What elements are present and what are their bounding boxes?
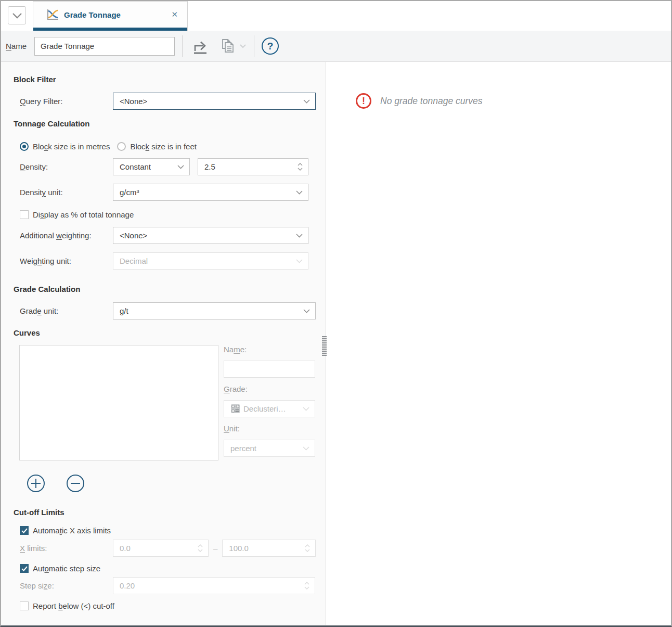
density-value-input[interactable]: 2.5 bbox=[198, 158, 308, 175]
copy-icon bbox=[217, 37, 236, 56]
auto-x-row: Automatic X axis limits bbox=[14, 526, 326, 535]
check-icon bbox=[21, 528, 28, 533]
density-mode-select[interactable]: Constant bbox=[113, 158, 190, 175]
radio-block-size-feet-label: Block size is in feet bbox=[130, 142, 197, 151]
x-max-input: 100.0 bbox=[222, 540, 316, 557]
toolbar-separator bbox=[182, 35, 183, 57]
weighting-unit-row: Weighting unit: Decimal bbox=[14, 252, 326, 270]
grade-tonnage-curves-icon bbox=[46, 8, 59, 21]
radio-block-size-metres[interactable] bbox=[20, 142, 29, 151]
settings-panel: Block Filter Query Filter: <None> Tonnag… bbox=[1, 62, 326, 625]
chevron-down-icon bbox=[303, 446, 309, 451]
checkbox-report-below-cutoff-label: Report below (<) cut-off bbox=[33, 602, 114, 610]
x-limits-label: X limits: bbox=[20, 544, 113, 553]
block-size-radio-group: Block size is in metres Block size is in… bbox=[20, 142, 326, 151]
spinner-buttons[interactable] bbox=[298, 163, 303, 171]
chevron-down-icon bbox=[296, 259, 303, 263]
grade-unit-select[interactable]: g/t bbox=[113, 302, 316, 319]
curve-name-input bbox=[224, 361, 315, 378]
checkbox-automatic-x-limits[interactable] bbox=[20, 526, 29, 535]
additional-weighting-select[interactable]: <None> bbox=[113, 227, 308, 244]
close-icon[interactable]: ✕ bbox=[169, 9, 180, 20]
density-unit-select[interactable]: g/cm³ bbox=[113, 184, 308, 201]
block-filter-heading: Block Filter bbox=[14, 75, 326, 84]
grade-unit-row: Grade unit: g/t bbox=[14, 302, 326, 319]
chevron-down-icon bbox=[177, 165, 184, 169]
checkbox-display-percent-label: Display as % of total tonnage bbox=[33, 210, 134, 219]
curve-grade-select: Declusteri… bbox=[224, 400, 315, 417]
density-unit-row: Density unit: g/cm³ bbox=[14, 184, 326, 201]
grade-unit-label: Grade unit: bbox=[20, 306, 113, 315]
toolbar: Name bbox=[1, 31, 671, 62]
radio-block-size-feet[interactable] bbox=[117, 142, 126, 151]
checkbox-automatic-step-size[interactable] bbox=[20, 564, 29, 573]
grade-calculation-heading: Grade Calculation bbox=[14, 285, 326, 294]
curve-unit-label: Unit: bbox=[224, 424, 315, 433]
chevron-down-icon bbox=[296, 190, 303, 195]
additional-weighting-label: Additional weighting: bbox=[20, 231, 113, 240]
help-icon: ? bbox=[267, 41, 274, 52]
spinner-buttons bbox=[304, 582, 309, 590]
curves-heading: Curves bbox=[14, 328, 326, 338]
density-label: Density: bbox=[20, 162, 113, 171]
query-filter-select[interactable]: <None> bbox=[113, 93, 316, 110]
tab-active-underline bbox=[33, 28, 187, 31]
copy-button[interactable] bbox=[215, 35, 238, 58]
name-input[interactable] bbox=[34, 37, 175, 56]
chevron-down-icon bbox=[303, 99, 310, 104]
minus-icon bbox=[70, 478, 81, 489]
curve-grade-label: Grade: bbox=[224, 385, 315, 394]
copy-menu-chevron-icon[interactable] bbox=[239, 44, 247, 48]
weighting-unit-select: Decimal bbox=[113, 252, 308, 270]
preview-panel: ! No grade tonnage curves bbox=[326, 62, 671, 625]
cutoff-limits-heading: Cut-off Limits bbox=[14, 508, 326, 517]
step-size-row: Step size: 0.20 bbox=[14, 577, 326, 594]
chevron-down-icon bbox=[303, 309, 310, 313]
curve-list-buttons bbox=[27, 475, 326, 492]
chevron-down-icon bbox=[303, 407, 309, 411]
step-size-input: 0.20 bbox=[113, 577, 315, 594]
checkbox-report-below-cutoff[interactable] bbox=[20, 602, 29, 610]
tab-bar: Grade Tonnage ✕ bbox=[1, 1, 671, 31]
panel-splitter-handle[interactable] bbox=[322, 336, 327, 356]
main-area: Block Filter Query Filter: <None> Tonnag… bbox=[1, 62, 671, 625]
name-label: Name bbox=[6, 42, 27, 50]
additional-weighting-row: Additional weighting: <None> bbox=[14, 227, 326, 244]
range-dash: – bbox=[213, 544, 217, 553]
query-filter-label: Query Filter: bbox=[20, 97, 113, 106]
auto-step-row: Automatic step size bbox=[14, 564, 326, 573]
chevron-down-icon bbox=[296, 234, 303, 238]
empty-state-message: ! No grade tonnage curves bbox=[356, 93, 671, 109]
report-below-row: Report below (<) cut-off bbox=[14, 602, 326, 610]
checkbox-display-percent[interactable] bbox=[20, 210, 29, 219]
error-icon: ! bbox=[356, 93, 371, 109]
spinner-buttons bbox=[198, 544, 203, 552]
density-row: Density: Constant 2.5 bbox=[14, 158, 326, 175]
tonnage-calculation-heading: Tonnage Calculation bbox=[14, 119, 326, 129]
tab-grade-tonnage[interactable]: Grade Tonnage ✕ bbox=[33, 1, 188, 31]
step-size-label: Step size: bbox=[20, 581, 113, 590]
weighting-unit-label: Weighting unit: bbox=[20, 257, 113, 265]
export-icon bbox=[191, 38, 210, 55]
help-button[interactable]: ? bbox=[262, 37, 279, 55]
tab-list-button[interactable] bbox=[8, 6, 26, 24]
numeric-column-icon bbox=[230, 404, 240, 414]
checkbox-automatic-step-size-label: Automatic step size bbox=[33, 564, 100, 573]
radio-block-size-metres-label: Block size is in metres bbox=[33, 142, 110, 151]
checkbox-automatic-x-limits-label: Automatic X axis limits bbox=[33, 526, 111, 535]
check-icon bbox=[21, 566, 28, 571]
curves-section: Name: Grade: bbox=[19, 345, 326, 460]
density-unit-label: Density unit: bbox=[20, 188, 113, 197]
x-min-input: 0.0 bbox=[113, 540, 209, 557]
copy-button-group bbox=[212, 35, 247, 58]
curves-list[interactable] bbox=[19, 345, 218, 460]
export-button[interactable] bbox=[189, 35, 212, 58]
remove-curve-button[interactable] bbox=[67, 475, 84, 492]
curve-name-label: Name: bbox=[224, 345, 315, 354]
curve-unit-select: percent bbox=[224, 440, 315, 457]
add-curve-button[interactable] bbox=[27, 475, 45, 492]
spinner-buttons bbox=[305, 544, 310, 552]
grade-tonnage-window: Grade Tonnage ✕ Name bbox=[0, 0, 672, 627]
toolbar-separator bbox=[254, 35, 254, 57]
chevron-down-icon bbox=[12, 12, 22, 19]
